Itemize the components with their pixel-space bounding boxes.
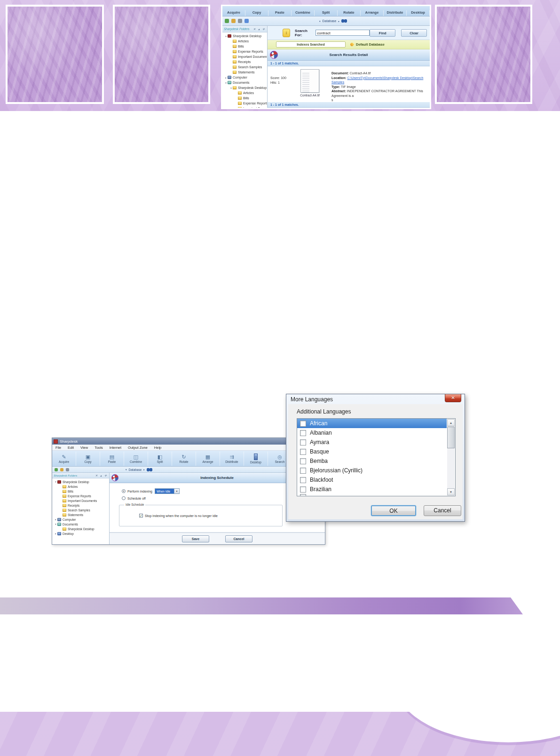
language-list-item[interactable]: Albanian — [297, 428, 447, 438]
tree-item[interactable]: Articles — [222, 39, 267, 44]
open-icon[interactable] — [231, 19, 236, 23]
search-result-row[interactable]: Score: 100 Hits: 1 Contract-A4.tif Docum… — [268, 66, 430, 102]
tree-item[interactable]: ▸ Computer — [222, 75, 267, 80]
chevron-down-icon[interactable]: ▾ — [126, 468, 127, 471]
toolbar-button[interactable]: ▣ Copy — [76, 452, 100, 466]
scrollbar-thumb[interactable] — [447, 427, 455, 448]
toolbar-button[interactable]: ◧ Split — [148, 452, 172, 466]
scroll-up-icon[interactable]: ▲ — [447, 419, 455, 426]
tree-item[interactable]: Important Documents — [222, 106, 267, 108]
chevron-down-icon[interactable]: ▼ — [174, 489, 179, 493]
toolbar-button[interactable]: ⌂ Desktop — [244, 452, 268, 466]
expand-icon[interactable]: ▸ — [54, 532, 57, 535]
tree-item[interactable]: Bills — [52, 489, 109, 493]
panel-buttons[interactable]: ✕ ▴ ✛ — [253, 27, 266, 31]
tree-item[interactable]: Receipts — [52, 503, 109, 508]
language-checkbox[interactable] — [300, 430, 306, 436]
language-checkbox[interactable] — [300, 477, 306, 483]
toolbar-button[interactable]: Acquire — [222, 10, 245, 16]
tree-item[interactable]: Articles — [222, 90, 267, 95]
language-checkbox[interactable] — [300, 468, 306, 474]
expand-icon[interactable]: ▾ — [224, 35, 228, 38]
tree-item[interactable]: Sharpdesk Desktop — [52, 526, 109, 531]
tree-item[interactable]: ▾ Sharpdesk Desktop — [222, 85, 267, 90]
toolbar-button[interactable]: Paste — [268, 10, 292, 16]
tree-item[interactable]: Expense Reports — [222, 101, 267, 106]
toolbar-button[interactable]: ↻ Rotate — [172, 452, 196, 466]
toolbar-button[interactable]: Copy — [245, 10, 268, 16]
tree-item[interactable]: Expense Reports — [222, 49, 267, 54]
toolbar-button[interactable]: Rotate — [338, 10, 361, 16]
tree-item[interactable]: Important Documents — [222, 54, 267, 59]
tree-item[interactable]: Statements — [52, 512, 109, 517]
language-checkbox[interactable] — [300, 449, 306, 455]
language-list-item[interactable]: Blackfoot — [297, 475, 447, 485]
print-icon[interactable] — [66, 468, 69, 471]
language-checkbox[interactable] — [300, 458, 306, 464]
toolbar-button[interactable]: Combine — [292, 10, 315, 16]
toolbar-button[interactable]: ✎ Acquire — [52, 452, 76, 466]
dialog-titlebar[interactable]: More Languages ✕ — [286, 394, 465, 404]
expand-icon[interactable]: ▾ — [54, 480, 57, 483]
toolbar-button[interactable]: Arrange — [361, 10, 384, 16]
refresh-icon[interactable] — [225, 19, 229, 23]
print-icon[interactable] — [238, 19, 242, 23]
tree-item[interactable]: ▸ Desktop — [52, 531, 109, 536]
schedule-off-radio[interactable] — [122, 496, 126, 500]
toolbar-button[interactable]: ▦ Arrange — [196, 452, 220, 466]
tree-item[interactable]: Statements — [222, 70, 267, 75]
panel-buttons[interactable]: ✕ ▴ ✛ — [95, 474, 108, 477]
tree-item[interactable]: ▾ Sharpdesk Desktop — [52, 479, 109, 484]
scrollbar[interactable]: ▲▼ — [447, 419, 455, 495]
language-list-item[interactable]: Basque — [297, 447, 447, 456]
tree-item[interactable]: Bills — [222, 95, 267, 101]
menu-item[interactable]: Help — [151, 446, 165, 450]
expand-icon[interactable]: ▾ — [224, 81, 228, 84]
tree-item[interactable]: Expense Reports — [52, 493, 109, 498]
menu-item[interactable]: Output Zone — [125, 446, 151, 450]
tree-item[interactable]: Search Samples — [52, 508, 109, 512]
cancel-button[interactable]: Cancel — [424, 505, 461, 516]
toolbar-button[interactable]: Split — [315, 10, 338, 16]
chevron-down-icon[interactable]: ▾ — [319, 20, 321, 23]
indexing-schedule-dropdown[interactable]: When Idle ▼ — [155, 488, 180, 494]
pen-icon[interactable] — [245, 19, 249, 23]
tree-item[interactable]: ▾ Documents — [222, 80, 267, 85]
clear-button[interactable]: Clear — [401, 29, 427, 37]
result-thumbnail[interactable]: Contract-A4.tif — [293, 66, 327, 102]
menu-item[interactable]: Internet — [106, 446, 125, 450]
expand-icon[interactable]: ▸ — [224, 76, 228, 79]
language-checkbox[interactable] — [300, 486, 306, 493]
menu-item[interactable]: View — [77, 446, 91, 450]
tree-item[interactable]: ▾ Sharpdesk Desktop — [222, 33, 267, 39]
language-list-item[interactable]: Aymara — [297, 438, 447, 447]
refresh-icon[interactable] — [55, 468, 58, 471]
toolbar-button[interactable]: ◫ Combine — [124, 452, 148, 466]
tree-item[interactable]: ▸ Computer — [52, 517, 109, 522]
language-checkbox[interactable] — [300, 494, 306, 496]
binoculars-icon[interactable] — [147, 468, 152, 471]
language-list-item[interactable]: African — [297, 419, 447, 428]
tree-item[interactable]: ▾ Documents — [52, 522, 109, 526]
menu-item[interactable]: Tools — [91, 446, 106, 450]
stop-indexing-checkbox[interactable]: ✓ — [139, 514, 143, 517]
menu-item[interactable]: Edit — [64, 446, 77, 450]
indexes-searched-button[interactable]: Indexes Searched — [276, 41, 346, 48]
language-checkbox[interactable] — [300, 421, 306, 427]
search-input[interactable]: contract — [315, 30, 370, 36]
tree-item[interactable]: Receipts — [222, 59, 267, 64]
window-titlebar[interactable]: Sharpdesk — [52, 438, 325, 445]
expand-icon[interactable]: ▾ — [54, 523, 57, 525]
language-list-item-partial[interactable] — [297, 494, 447, 496]
ok-button[interactable]: OK — [371, 505, 416, 516]
cancel-button[interactable]: Cancel — [225, 535, 252, 542]
tree-item[interactable]: Important Documents — [52, 498, 109, 503]
close-icon[interactable]: ✕ — [445, 394, 461, 402]
database-dropdown[interactable]: Database — [323, 19, 337, 23]
toolbar-button[interactable]: ▤ Paste — [100, 452, 124, 466]
document-thumbnail-image[interactable] — [300, 69, 319, 93]
perform-indexing-radio[interactable] — [122, 489, 126, 493]
language-list-item[interactable]: Bemba — [297, 456, 447, 466]
language-list-item[interactable]: Bjelorussian (Cyrillic) — [297, 466, 447, 475]
open-icon[interactable] — [60, 468, 63, 471]
